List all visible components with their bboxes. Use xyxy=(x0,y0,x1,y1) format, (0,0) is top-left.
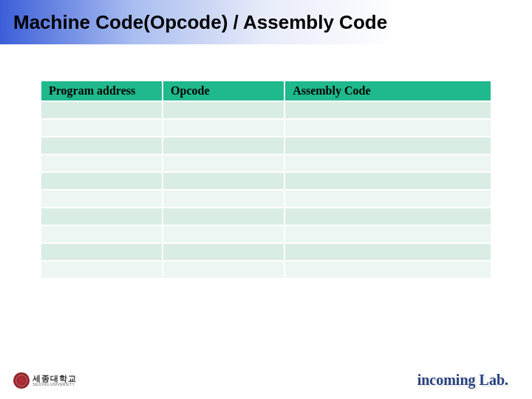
code-table-container: Program address Opcode Assembly Code xyxy=(40,80,492,279)
table-row xyxy=(41,226,491,242)
logo-name-kr: 세종대학교 xyxy=(33,375,77,383)
table-row xyxy=(41,191,491,207)
cell-opcode xyxy=(163,102,284,118)
cell-addr xyxy=(41,137,162,154)
col-header-assembly-code: Assembly Code xyxy=(285,81,491,100)
logo-name-en: SEJONG UNIVERSITY xyxy=(33,383,77,386)
cell-opcode xyxy=(163,208,284,225)
table-row xyxy=(41,102,491,118)
logo-text: 세종대학교 SEJONG UNIVERSITY xyxy=(33,375,77,386)
table-row xyxy=(41,208,491,225)
cell-asm xyxy=(285,173,491,189)
cell-opcode xyxy=(163,226,284,242)
cell-opcode xyxy=(163,262,284,278)
cell-asm xyxy=(285,244,491,260)
cell-asm xyxy=(285,120,491,136)
cell-addr xyxy=(41,173,162,189)
title-bar: Machine Code(Opcode) / Assembly Code xyxy=(0,0,532,44)
cell-addr xyxy=(41,155,162,171)
cell-addr xyxy=(41,120,162,136)
table-row xyxy=(41,244,491,260)
cell-opcode xyxy=(163,120,284,136)
cell-asm xyxy=(285,191,491,207)
cell-addr xyxy=(41,262,162,278)
logo-emblem-icon xyxy=(13,372,30,389)
cell-addr xyxy=(41,102,162,118)
cell-asm xyxy=(285,208,491,225)
slide-title: Machine Code(Opcode) / Assembly Code xyxy=(13,11,387,34)
table-row xyxy=(41,137,491,154)
cell-asm xyxy=(285,155,491,171)
table-row xyxy=(41,173,491,189)
cell-asm xyxy=(285,102,491,118)
cell-opcode xyxy=(163,137,284,154)
footer: 세종대학교 SEJONG UNIVERSITY incoming Lab. xyxy=(0,372,532,389)
table-row xyxy=(41,155,491,171)
cell-addr xyxy=(41,244,162,260)
cell-opcode xyxy=(163,191,284,207)
col-header-opcode: Opcode xyxy=(163,81,284,100)
cell-asm xyxy=(285,262,491,278)
cell-addr xyxy=(41,208,162,225)
cell-asm xyxy=(285,226,491,242)
table-row xyxy=(41,120,491,136)
table-row xyxy=(41,262,491,278)
cell-addr xyxy=(41,191,162,207)
cell-asm xyxy=(285,137,491,154)
cell-opcode xyxy=(163,173,284,189)
cell-opcode xyxy=(163,155,284,171)
code-table: Program address Opcode Assembly Code xyxy=(40,80,492,279)
cell-opcode xyxy=(163,244,284,260)
table-header-row: Program address Opcode Assembly Code xyxy=(41,81,491,100)
university-logo: 세종대학교 SEJONG UNIVERSITY xyxy=(13,372,77,389)
lab-name: incoming Lab. xyxy=(417,372,508,389)
col-header-program-address: Program address xyxy=(41,81,162,100)
cell-addr xyxy=(41,226,162,242)
